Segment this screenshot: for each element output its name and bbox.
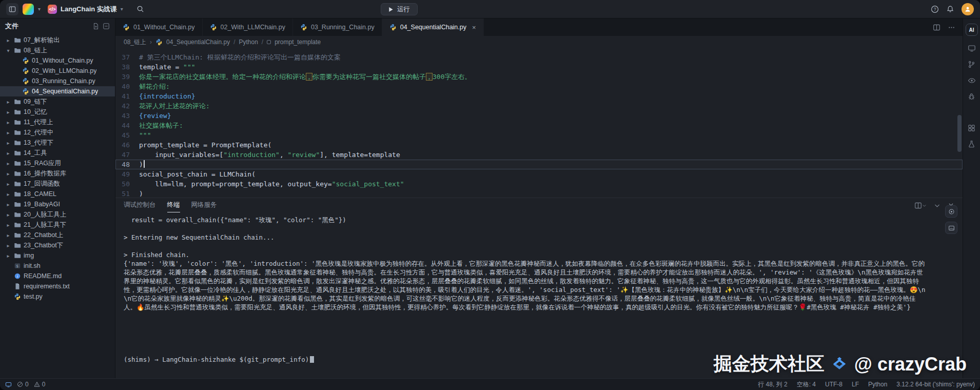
- project-selector[interactable]: </> LangChain 实战课 ▾: [48, 5, 123, 14]
- sidebar-folder-08_链上[interactable]: ▾08_链上: [0, 45, 115, 55]
- more-actions-button[interactable]: [948, 24, 955, 31]
- sidebar-file-README.md[interactable]: iREADME.md: [0, 271, 115, 281]
- ai-panel-button[interactable]: AI: [966, 24, 978, 36]
- sidebar-folder-23_Chatbot下[interactable]: ▸23_Chatbot下: [0, 240, 115, 250]
- breadcrumb-item[interactable]: 08_链上: [124, 38, 146, 47]
- tab-04_SequentialChain.py[interactable]: 04_SequentialChain.py×: [382, 18, 484, 36]
- warnings-indicator[interactable]: 0: [34, 381, 46, 388]
- errors-indicator[interactable]: 0: [17, 381, 29, 388]
- panel-tab-终端[interactable]: 终端: [167, 198, 180, 212]
- sidebar-folder-13_代理下[interactable]: ▸13_代理下: [0, 138, 115, 148]
- tab-03_Running_Chain.py[interactable]: 03_Running_Chain.py: [293, 18, 382, 36]
- status-item[interactable]: 空格: 4: [797, 380, 816, 389]
- run-button[interactable]: 运行: [381, 3, 418, 15]
- sidebar-folder-14_工具[interactable]: ▸14_工具: [0, 148, 115, 158]
- code-line-51[interactable]: 51): [115, 189, 963, 198]
- new-file-button[interactable]: [92, 23, 100, 30]
- code-line-48[interactable]: 48): [115, 160, 963, 169]
- sidebar-toggle-button[interactable]: [6, 3, 18, 15]
- tab-close-icon[interactable]: ×: [472, 24, 476, 31]
- sidebar-folder-19_BabyAGI[interactable]: ▸19_BabyAGI: [0, 199, 115, 209]
- sidebar-folder-22_Chatbot上[interactable]: ▸22_Chatbot上: [0, 230, 115, 240]
- code-line-39[interactable]: 39你是一家花店的社交媒体经理。给定一种花的介绍和评论，你需要为这种花写一篇社交…: [115, 72, 963, 82]
- code-line-37[interactable]: 37# 第三个LLMChain: 根据鲜花的介绍和评论写出一篇自媒体的文案: [115, 52, 963, 62]
- sidebar-folder-11_代理上[interactable]: ▸11_代理上: [0, 117, 115, 127]
- sidebar-file-init.sh[interactable]: $init.sh: [0, 261, 115, 271]
- debug-button[interactable]: [968, 93, 975, 101]
- sidebar-folder-18_CAMEL[interactable]: ▸18_CAMEL: [0, 189, 115, 199]
- sidebar-folder-09_链下[interactable]: ▸09_链下: [0, 96, 115, 107]
- notifications-button[interactable]: [946, 5, 954, 13]
- code-text: llm=llm, prompt=prompt_template, output_…: [139, 179, 404, 189]
- status-item[interactable]: UTF-8: [825, 381, 842, 388]
- code-line-41[interactable]: 41{introduction}: [115, 91, 963, 101]
- sidebar-folder-16_操作数据库[interactable]: ▸16_操作数据库: [0, 168, 115, 179]
- line-number: 42: [115, 101, 139, 111]
- terminal-float-screenshot-button[interactable]: [945, 222, 957, 234]
- code-line-40[interactable]: 40鲜花介绍:: [115, 82, 963, 91]
- help-button[interactable]: ?: [931, 5, 939, 13]
- watch-button[interactable]: [968, 76, 976, 85]
- code-line-45[interactable]: 45""": [115, 130, 963, 140]
- terminal-float-record-button[interactable]: [945, 205, 957, 218]
- sidebar-folder-17_回调函数[interactable]: ▸17_回调函数: [0, 179, 115, 189]
- code-text: 社交媒体帖子:: [139, 121, 183, 130]
- terminal-line: [124, 311, 927, 320]
- sidebar-folder-img[interactable]: ▸img: [0, 250, 115, 261]
- code-line-44[interactable]: 44社交媒体帖子:: [115, 121, 963, 130]
- sidebar-folder-21_人脉工具下[interactable]: ▸21_人脉工具下: [0, 220, 115, 230]
- code-line-38[interactable]: 38template = """: [115, 62, 963, 72]
- sidebar-folder-12_代理中[interactable]: ▸12_代理中: [0, 127, 115, 138]
- code-editor[interactable]: 37# 第三个LLMChain: 根据鲜花的介绍和评论写出一篇自媒体的文案38t…: [115, 48, 963, 198]
- code-line-49[interactable]: 49social_post_chain = LLMChain(: [115, 169, 963, 179]
- sidebar-folder-20_人脉工具上[interactable]: ▸20_人脉工具上: [0, 209, 115, 220]
- split-editor-button[interactable]: [933, 24, 940, 31]
- collapse-folders-button[interactable]: [103, 23, 110, 30]
- sidebar-folder-15_RAG应用[interactable]: ▸15_RAG应用: [0, 158, 115, 168]
- terminal[interactable]: result = overall_chain({"name": "玫瑰", "c…: [115, 212, 963, 378]
- flask-icon: [968, 140, 975, 148]
- remote-indicator[interactable]: [5, 381, 12, 388]
- panel-collapse-button[interactable]: [934, 202, 940, 209]
- search-button[interactable]: [136, 5, 144, 13]
- source-control-button[interactable]: [968, 61, 975, 68]
- chevron-right-icon: ▸: [5, 191, 11, 197]
- sidebar-file-04_SequentialChain.py[interactable]: 04_SequentialChain.py: [0, 86, 115, 96]
- split-terminal-button[interactable]: [914, 202, 927, 209]
- code-line-46[interactable]: 46prompt_template = PromptTemplate(: [115, 140, 963, 150]
- sidebar-folder-07_解析输出[interactable]: ▸07_解析输出: [0, 35, 115, 45]
- tab-01_Without_Chain.py[interactable]: 01_Without_Chain.py: [115, 18, 203, 36]
- avatar[interactable]: [962, 3, 974, 15]
- app-logo[interactable]: [23, 4, 34, 15]
- sidebar-file-requirements.txt[interactable]: requirements.txt: [0, 281, 115, 291]
- status-item[interactable]: LF: [852, 381, 859, 388]
- breadcrumb-item[interactable]: 04_SequentialChain.py: [166, 38, 230, 46]
- editor-scrollbar[interactable]: [957, 115, 962, 152]
- code-line-42[interactable]: 42花评人对上述花的评论:: [115, 101, 963, 111]
- extensions-button[interactable]: [968, 124, 975, 132]
- python-icon: [300, 24, 307, 31]
- sidebar-file-01_Without_Chain.py[interactable]: 01_Without_Chain.py: [0, 55, 115, 66]
- breadcrumb-item[interactable]: Python: [239, 38, 258, 46]
- tab-02_With_LLMChain.py[interactable]: 02_With_LLMChain.py: [203, 18, 293, 36]
- code-line-50[interactable]: 50 llm=llm, prompt=prompt_template, outp…: [115, 179, 963, 189]
- line-number: 40: [115, 82, 139, 91]
- status-item[interactable]: Python: [868, 381, 887, 388]
- panel-tab-网络服务[interactable]: 网络服务: [191, 198, 217, 212]
- tests-button[interactable]: [968, 140, 975, 148]
- status-item[interactable]: 行 48, 列 2: [758, 380, 787, 389]
- sidebar-file-02_With_LLMChain.py[interactable]: 02_With_LLMChain.py: [0, 66, 115, 76]
- sidebar-file-03_Running_Chain.py[interactable]: 03_Running_Chain.py: [0, 76, 115, 86]
- svg-text:$: $: [16, 264, 18, 268]
- breadcrumb-item[interactable]: prompt_template: [275, 38, 321, 46]
- chevron-down-icon[interactable]: ▾: [38, 7, 41, 12]
- tree-item-label: 11_代理上: [24, 118, 53, 127]
- panel-tab-调试控制台[interactable]: 调试控制台: [124, 198, 156, 212]
- preview-panel-button[interactable]: [968, 44, 976, 52]
- status-item[interactable]: 3.12.2 64-bit ('shims': pyenv): [896, 381, 975, 388]
- breadcrumb[interactable]: 08_链上›04_SequentialChain.py/Python/promp…: [115, 36, 963, 48]
- sidebar-folder-10_记忆[interactable]: ▸10_记忆: [0, 107, 115, 117]
- sidebar-file-test.py[interactable]: test.py: [0, 291, 115, 302]
- code-line-43[interactable]: 43{review}: [115, 111, 963, 121]
- code-line-47[interactable]: 47 input_variables=["introduction", "rev…: [115, 150, 963, 160]
